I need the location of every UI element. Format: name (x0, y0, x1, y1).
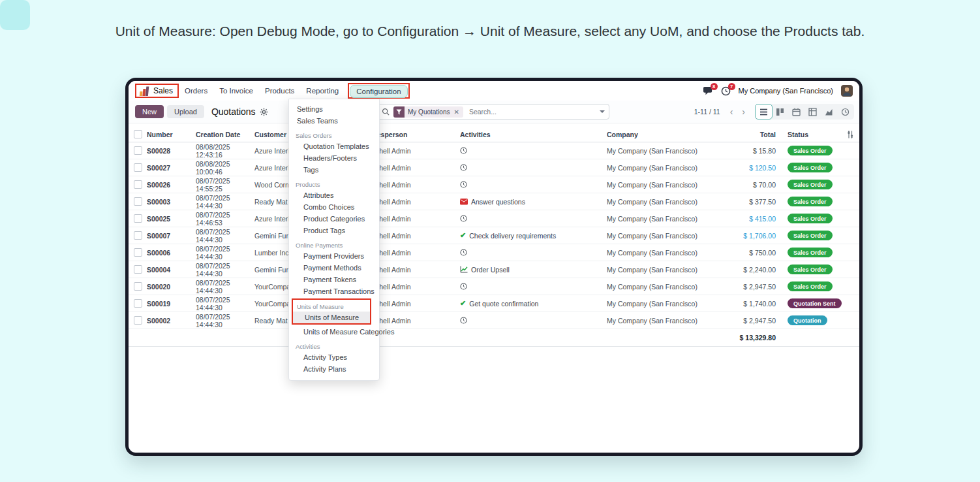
menu-item-product-tags[interactable]: Product Tags (289, 225, 379, 236)
row-checkbox[interactable] (129, 197, 147, 206)
select-all-checkbox[interactable] (129, 130, 147, 138)
row-checkbox[interactable] (129, 282, 147, 291)
search-dropdown-caret-icon[interactable] (600, 110, 605, 113)
cell-activities[interactable] (460, 181, 607, 188)
table-row[interactable]: S0001908/07/2025 14:44:30YourCompany, JM… (129, 295, 859, 312)
menu-item-units-of-measure-categories[interactable]: Units of Measure Categories (289, 326, 379, 338)
search-input[interactable] (468, 107, 597, 116)
status-badge: Sales Order (788, 214, 833, 223)
graph-view-icon[interactable] (821, 104, 837, 119)
menu-item-combo-choices[interactable]: Combo Choices (289, 201, 379, 213)
activity-view-icon[interactable] (837, 104, 853, 119)
cell-number: S00019 (147, 300, 196, 308)
gear-icon[interactable] (260, 108, 268, 116)
cell-activities[interactable]: Order Upsell (460, 266, 607, 274)
table-row[interactable]: S0002808/08/2025 12:43:16Azure InteriorM… (129, 142, 859, 159)
column-header-activities[interactable]: Activities (460, 131, 607, 138)
menu-item-quotation-templates[interactable]: Quotation Templates (289, 140, 379, 152)
column-header-company[interactable]: Company (607, 131, 719, 138)
messages-button[interactable]: 8 (703, 86, 713, 95)
row-checkbox[interactable] (129, 299, 147, 308)
cell-activities[interactable] (460, 283, 607, 290)
cell-status: Sales Order (781, 197, 846, 206)
menu-item-units-of-measure[interactable]: Units of Measure (293, 312, 370, 323)
row-checkbox[interactable] (129, 231, 147, 240)
nav-item-configuration[interactable]: Configuration (350, 85, 407, 98)
view-switcher (755, 104, 854, 120)
cell-activities[interactable] (460, 164, 607, 171)
search-bar[interactable]: My Quotations ✕ (377, 104, 609, 120)
upload-button[interactable]: Upload (167, 105, 204, 118)
menu-section-activities: Activities (289, 338, 379, 351)
menu-item-tags[interactable]: Tags (289, 164, 379, 176)
menu-item-product-categories[interactable]: Product Categories (289, 213, 379, 225)
status-badge: Sales Order (788, 265, 833, 274)
cell-creation-date: 08/07/2025 14:44:30 (196, 262, 254, 278)
cell-creation-date: 08/07/2025 14:44:30 (196, 296, 254, 312)
activities-button[interactable]: 7 (721, 86, 731, 96)
nav-item-orders[interactable]: Orders (185, 87, 207, 95)
company-switcher[interactable]: My Company (San Francisco) (739, 87, 834, 95)
top-navbar: Sales Orders To Invoice Products Reporti… (129, 81, 859, 101)
table-row[interactable]: S0000308/07/2025 14:44:30Ready MatMitche… (129, 193, 859, 210)
cell-activities[interactable] (460, 215, 607, 222)
cell-number: S00007 (147, 232, 196, 240)
pager-next-icon[interactable]: › (737, 107, 750, 116)
cell-activities[interactable] (460, 147, 607, 154)
menu-item-payment-providers[interactable]: Payment Providers (289, 250, 379, 262)
menu-item-payment-tokens[interactable]: Payment Tokens (289, 274, 379, 285)
table-row[interactable]: S0000708/07/2025 14:44:30Gemini Furnitur… (129, 227, 859, 244)
cell-activities[interactable] (460, 317, 607, 324)
table-row[interactable]: S0002708/08/2025 10:00:46Azure InteriorM… (129, 159, 859, 176)
row-checkbox[interactable] (129, 180, 147, 189)
nav-item-reporting[interactable]: Reporting (306, 87, 339, 95)
menu-item-activity-types[interactable]: Activity Types (289, 351, 379, 363)
row-checkbox[interactable] (129, 214, 147, 223)
table-row[interactable]: S0000208/07/2025 14:44:30Ready MatMitche… (129, 312, 859, 329)
cell-activities[interactable]: ✔Get quote confirmation (460, 300, 607, 308)
menu-item-settings[interactable]: Settings (289, 103, 379, 115)
menu-item-sales-teams[interactable]: Sales Teams (289, 115, 379, 127)
menu-item-payment-transactions[interactable]: Payment Transactions (289, 285, 379, 297)
row-checkbox[interactable] (129, 248, 147, 257)
cell-creation-date: 08/08/2025 10:00:46 (196, 160, 254, 176)
column-header-salesperson[interactable]: Salesperson (367, 131, 460, 138)
optional-columns-icon[interactable] (846, 131, 854, 138)
row-checkbox[interactable] (129, 265, 147, 274)
cell-status: Sales Order (781, 146, 846, 155)
table-row[interactable]: S0002508/07/2025 14:46:53Azure InteriorM… (129, 210, 859, 227)
cell-activities[interactable]: Answer questions (460, 198, 607, 206)
table-row[interactable]: S0000408/07/2025 14:44:30Gemini Furnitur… (129, 261, 859, 278)
row-checkbox[interactable] (129, 316, 147, 325)
menu-item-activity-plans[interactable]: Activity Plans (289, 363, 379, 375)
cell-total: $ 377.50 (719, 198, 781, 206)
facet-remove-icon[interactable]: ✕ (453, 108, 463, 116)
pivot-view-icon[interactable] (804, 104, 821, 119)
user-avatar[interactable] (841, 85, 853, 97)
row-checkbox[interactable] (129, 146, 147, 155)
cell-total: $ 415.00 (719, 215, 781, 223)
nav-item-to-invoice[interactable]: To Invoice (219, 87, 253, 95)
table-row[interactable]: S0000608/07/2025 14:44:30Lumber IncMitch… (129, 244, 859, 261)
table-row[interactable]: S0002008/07/2025 14:44:30YourCompany, JM… (129, 278, 859, 295)
pager-previous-icon[interactable]: ‹ (726, 107, 738, 116)
menu-item-headers-footers[interactable]: Headers/Footers (289, 152, 379, 164)
sales-app-menu[interactable]: Sales (135, 84, 179, 98)
cell-activities[interactable] (460, 249, 607, 256)
menu-item-attributes[interactable]: Attributes (289, 189, 379, 201)
search-facet-my-quotations[interactable]: My Quotations ✕ (393, 106, 463, 118)
cell-salesperson: Mitchell Admin (367, 266, 460, 274)
cell-activities[interactable]: ✔Check delivery requirements (460, 232, 607, 240)
kanban-view-icon[interactable] (772, 104, 788, 119)
column-header-number[interactable]: Number (147, 131, 196, 138)
row-checkbox[interactable] (129, 163, 147, 172)
column-header-total[interactable]: Total (719, 131, 781, 138)
table-row[interactable]: S0002608/07/2025 14:55:25Wood CornerMitc… (129, 176, 859, 193)
column-header-creation-date[interactable]: Creation Date (196, 131, 254, 138)
list-view-icon[interactable] (756, 104, 772, 119)
calendar-view-icon[interactable] (788, 104, 804, 119)
nav-item-products[interactable]: Products (265, 87, 294, 95)
column-header-status[interactable]: Status (781, 131, 846, 138)
menu-item-payment-methods[interactable]: Payment Methods (289, 262, 379, 274)
new-button[interactable]: New (135, 105, 164, 118)
